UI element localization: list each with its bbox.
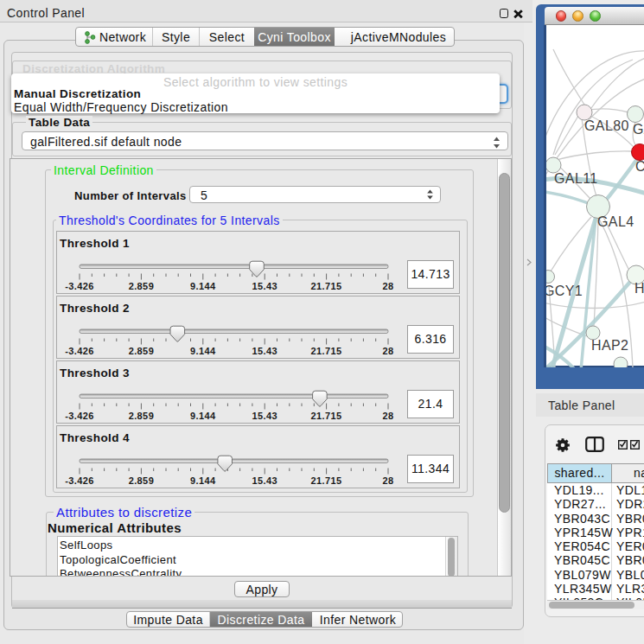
svg-text:28: 28: [382, 281, 393, 291]
svg-text:2.859: 2.859: [129, 346, 155, 356]
svg-text:15.43: 15.43: [252, 281, 277, 291]
svg-text:-3.426: -3.426: [65, 281, 94, 291]
svg-text:9.144: 9.144: [190, 281, 216, 291]
svg-text:28: 28: [382, 475, 393, 486]
svg-text:-3.426: -3.426: [65, 475, 94, 486]
svg-text:GCY1: GCY1: [546, 284, 583, 298]
svg-text:28: 28: [382, 411, 393, 421]
svg-text:21.715: 21.715: [311, 475, 342, 486]
svg-text:9.144: 9.144: [190, 411, 216, 421]
svg-text:21.715: 21.715: [311, 411, 342, 421]
svg-text:2.859: 2.859: [129, 281, 155, 291]
svg-text:HAP2: HAP2: [591, 338, 628, 353]
svg-text:H: H: [634, 281, 644, 296]
svg-text:-3.426: -3.426: [65, 411, 94, 421]
svg-text:9.144: 9.144: [190, 475, 216, 486]
svg-text:GA: GA: [633, 122, 644, 137]
svg-text:9.144: 9.144: [190, 346, 216, 356]
svg-text:21.715: 21.715: [311, 346, 342, 356]
svg-text:GAL4: GAL4: [597, 214, 634, 229]
svg-text:28: 28: [382, 346, 393, 356]
svg-text:21.715: 21.715: [311, 281, 342, 291]
svg-text:GAL80: GAL80: [584, 118, 629, 133]
svg-text:15.43: 15.43: [252, 475, 277, 486]
svg-text:15.43: 15.43: [252, 411, 277, 421]
svg-text:2.859: 2.859: [129, 411, 155, 421]
svg-text:2.859: 2.859: [129, 475, 155, 486]
svg-text:GAL11: GAL11: [554, 171, 598, 186]
svg-text:-3.426: -3.426: [65, 346, 94, 356]
svg-text:15.43: 15.43: [252, 346, 277, 356]
svg-text:C: C: [635, 159, 644, 174]
